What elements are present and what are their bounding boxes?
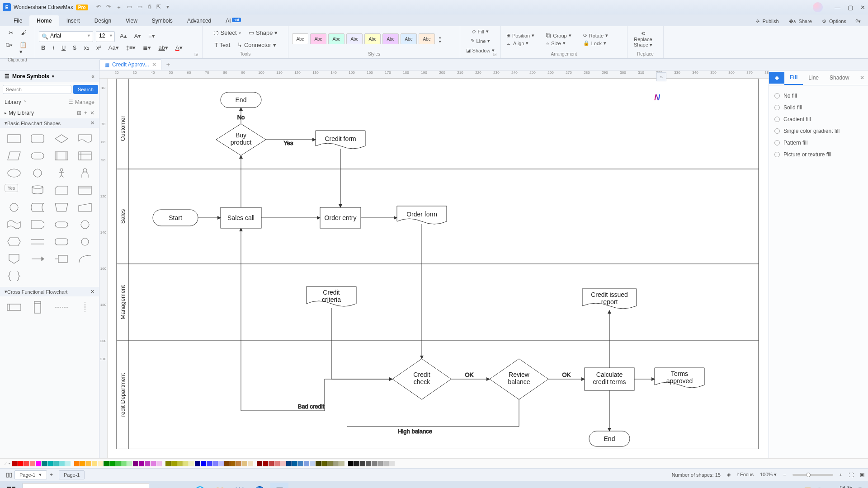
shape-connector-circle[interactable] [5, 201, 24, 214]
color-swatch[interactable] [177, 461, 183, 466]
style-thumb[interactable]: Abc [328, 33, 344, 44]
publish-button[interactable]: ✈Publish [754, 17, 781, 26]
superscript-icon[interactable]: x² [94, 43, 104, 52]
lock-menu[interactable]: 🔒 Lock▾ [581, 40, 610, 47]
zoom-out-icon[interactable]: − [783, 472, 786, 478]
shape-rect[interactable] [5, 132, 24, 145]
select-tool[interactable]: ⭯ Select ▾ [211, 28, 244, 38]
shape-brace[interactable] [5, 270, 24, 282]
shape-circle[interactable] [28, 167, 47, 179]
grow-font-icon[interactable]: A▴ [118, 31, 129, 42]
tab-design[interactable]: Design [87, 15, 118, 26]
shape-annotation[interactable] [52, 253, 71, 265]
shape-manual-op[interactable] [52, 201, 71, 214]
share-button[interactable]: �እShare [787, 17, 814, 26]
style-thumb[interactable]: Abc [401, 33, 417, 44]
rotate-menu[interactable]: ⟳ Rotate▾ [581, 32, 610, 39]
print-icon[interactable]: ⎙ [148, 4, 151, 11]
open-icon[interactable]: ▭ [127, 4, 132, 11]
section-close-icon[interactable]: ✕ [90, 120, 94, 126]
color-swatch[interactable] [109, 461, 115, 466]
color-swatch[interactable] [298, 461, 303, 466]
shape-terminator[interactable] [28, 150, 47, 162]
symbol-search-input[interactable] [3, 85, 71, 94]
canvas[interactable]: N Customer Sales Management [108, 79, 769, 458]
color-swatch[interactable] [171, 461, 177, 466]
shape-diamond[interactable] [52, 132, 71, 145]
color-swatch[interactable] [18, 461, 24, 466]
taskbar-explorer-icon[interactable]: 📁 [211, 483, 229, 488]
color-swatch[interactable] [74, 461, 80, 466]
library-label[interactable]: Library [5, 99, 21, 105]
help-icon[interactable]: ?▾ [854, 17, 862, 26]
format-painter-icon[interactable]: 🖌 [19, 28, 29, 38]
tab-home[interactable]: Home [29, 15, 59, 26]
color-swatch[interactable] [292, 461, 297, 466]
color-swatch[interactable] [139, 461, 144, 466]
color-swatch[interactable] [207, 461, 212, 466]
shape-document[interactable] [75, 132, 94, 145]
size-menu[interactable]: ⟐ Size▾ [544, 40, 573, 47]
hamburger-icon[interactable]: ☰ [5, 73, 9, 80]
section-basic-flowchart[interactable]: ▾ Basic Flowchart Shapes✕ [0, 118, 99, 128]
color-swatch[interactable] [236, 461, 241, 466]
color-swatch[interactable] [360, 461, 365, 466]
spacing-icon[interactable]: ‡≡▾ [124, 43, 138, 52]
line-menu[interactable]: ✎ Line ▾ [469, 38, 492, 44]
color-swatch[interactable] [354, 461, 359, 466]
fill-option[interactable]: Gradient fill [774, 113, 863, 125]
shape-tool[interactable]: ▭ Shape ▾ [246, 28, 280, 38]
tab-view[interactable]: View [118, 15, 145, 26]
undo-icon[interactable]: ↶ [96, 4, 101, 11]
shape-data[interactable] [5, 150, 24, 162]
shape-display[interactable] [75, 184, 94, 197]
document-tab[interactable]: ▦ Credit Approv... ✕ [99, 59, 161, 70]
color-swatch[interactable] [286, 461, 292, 466]
color-swatch[interactable] [47, 461, 53, 466]
tab-insert[interactable]: Insert [59, 15, 87, 26]
color-swatch[interactable] [389, 461, 395, 466]
color-swatch[interactable] [316, 461, 321, 466]
case-icon[interactable]: Aa▾ [106, 43, 121, 52]
shape-internal[interactable] [75, 150, 94, 162]
taskbar-clock[interactable]: 08:3522-09-2023 [827, 485, 852, 488]
color-swatch[interactable] [53, 461, 59, 466]
style-gallery[interactable]: Abc Abc Abc Abc Abc Abc Abc Abc ▴▾ [292, 33, 443, 45]
save-icon[interactable]: ▭ [137, 4, 142, 11]
shape-hsep[interactable] [52, 301, 71, 314]
close-icon[interactable]: ✕ [860, 4, 865, 11]
color-swatch[interactable] [372, 461, 377, 466]
eyedropper-icon[interactable]: ⟋▾ [4, 461, 10, 466]
shape-predef[interactable] [52, 150, 71, 162]
format-shape-icon[interactable]: ◆ [769, 72, 784, 84]
style-thumb[interactable]: Abc [382, 33, 399, 44]
tab-file[interactable]: File [6, 15, 29, 26]
shape-circle2[interactable] [75, 235, 94, 248]
color-swatch[interactable] [98, 461, 103, 466]
shape-parallel[interactable] [28, 235, 47, 248]
tab-advanced[interactable]: Advanced [180, 15, 218, 26]
taskbar-search[interactable]: ⌕Type here to search [23, 483, 149, 488]
fullscreen-icon[interactable]: ▣ [860, 472, 864, 478]
style-thumb[interactable]: Abc [310, 33, 326, 44]
cut-icon[interactable]: ✂ [6, 28, 16, 38]
paste-icon[interactable]: 📋▾ [17, 40, 31, 56]
color-swatch[interactable] [212, 461, 218, 466]
lib-import-icon[interactable]: ⊞ [77, 110, 81, 116]
color-swatch[interactable] [224, 461, 230, 466]
options-button[interactable]: ⚙Options [820, 17, 848, 26]
shape-manual-input[interactable] [75, 201, 94, 214]
connector-tool[interactable]: ↳ Connector ▾ [235, 40, 278, 50]
close-tab-icon[interactable]: ✕ [152, 61, 156, 68]
color-swatch[interactable] [189, 461, 194, 466]
shape-arc[interactable] [75, 253, 94, 265]
align-menu-icon[interactable]: ≡▾ [146, 31, 157, 42]
bullets-icon[interactable]: ≣▾ [141, 43, 153, 52]
fill-option[interactable]: Solid fill [774, 102, 863, 113]
style-dialog-icon[interactable]: ◲ [493, 52, 497, 56]
color-swatch[interactable] [348, 461, 354, 466]
shape-stored[interactable] [28, 201, 47, 214]
qat-more-icon[interactable]: ▾ [166, 4, 169, 11]
tab-shadow[interactable]: Shadow [824, 71, 854, 84]
collapse-right-icon[interactable]: » [656, 72, 666, 81]
